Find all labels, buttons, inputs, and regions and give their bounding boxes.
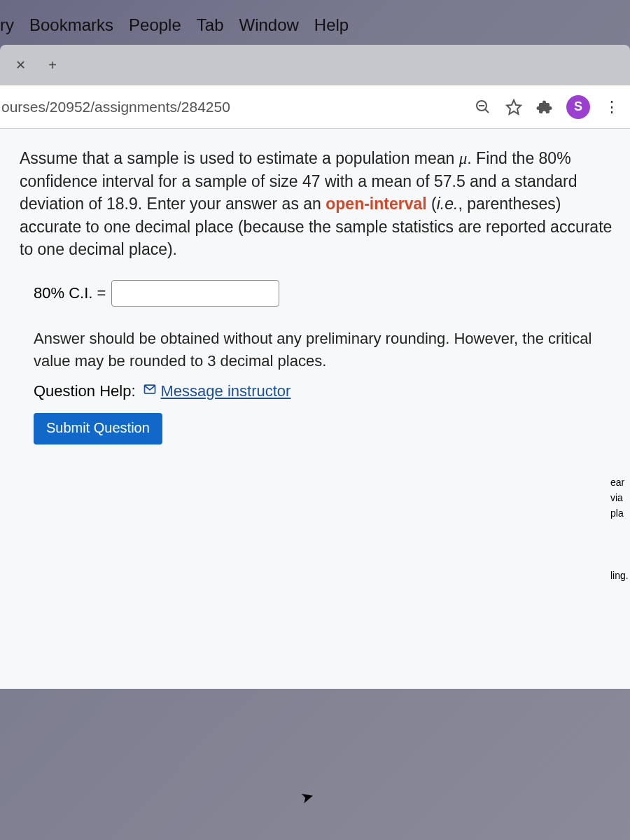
message-instructor-link[interactable]: Message instructor <box>143 382 291 400</box>
answer-label: 80% C.I. = <box>34 284 106 302</box>
answer-hint: Answer should be obtained without any pr… <box>20 328 613 372</box>
mu-symbol: μ <box>459 150 468 167</box>
mouse-cursor-icon: ➤ <box>299 787 316 808</box>
question-help-row: Question Help: Message instructor <box>20 382 613 400</box>
question-help-label: Question Help: <box>34 382 136 400</box>
tab-close-button[interactable]: ✕ <box>10 55 31 76</box>
qtext-part: . <box>467 149 471 167</box>
browser-tab-strip: ✕ + <box>0 45 630 85</box>
envelope-icon <box>143 382 157 400</box>
browser-menu-icon[interactable]: ⋮ <box>603 99 622 115</box>
svg-line-2 <box>485 109 489 113</box>
qtext-part: Assume that a sample is used to estimate… <box>20 149 459 167</box>
system-menubar: ry Bookmarks People Tab Window Help <box>0 0 630 45</box>
qtext-part: ( <box>427 195 437 213</box>
ie-term: i.e. <box>437 195 458 213</box>
menu-tab[interactable]: Tab <box>197 15 224 35</box>
tab-new-button[interactable]: + <box>42 55 63 76</box>
menu-bookmarks[interactable]: Bookmarks <box>29 15 113 35</box>
menu-history[interactable]: ry <box>0 15 14 35</box>
browser-toolbar: ourses/20952/assignments/284250 S ⋮ <box>0 85 630 129</box>
menu-window[interactable]: Window <box>239 15 298 35</box>
address-bar[interactable]: ourses/20952/assignments/284250 <box>0 99 474 115</box>
extensions-puzzle-icon[interactable] <box>536 98 554 116</box>
profile-avatar[interactable]: S <box>566 95 590 119</box>
message-instructor-text: Message instructor <box>161 382 291 400</box>
zoom-out-icon[interactable] <box>474 98 492 116</box>
submit-question-button[interactable]: Submit Question <box>34 413 162 444</box>
answer-input[interactable] <box>111 280 279 307</box>
menu-people[interactable]: People <box>129 15 181 35</box>
bookmark-star-icon[interactable] <box>505 98 523 116</box>
svg-marker-3 <box>507 100 521 114</box>
question-text: Assume that a sample is used to estimate… <box>20 147 613 260</box>
page-content: Assume that a sample is used to estimate… <box>0 129 630 689</box>
menu-help[interactable]: Help <box>314 15 349 35</box>
open-interval-term: open-interval <box>326 195 426 213</box>
answer-row: 80% C.I. = <box>34 280 613 307</box>
